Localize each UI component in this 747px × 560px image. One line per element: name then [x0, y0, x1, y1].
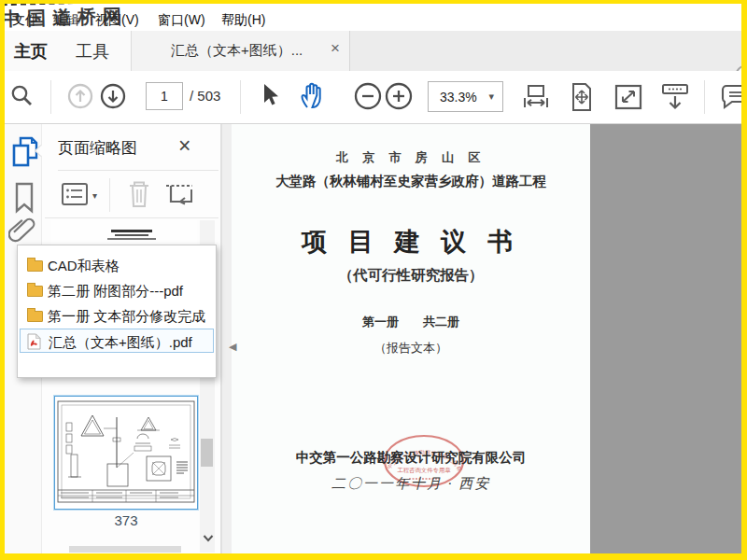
menu-bar: 文件 编辑 视图(V) 窗口(W) 帮助(H)	[5, 4, 741, 31]
crop-pages-icon[interactable]	[163, 179, 195, 213]
fit-page-icon[interactable]	[568, 82, 596, 116]
panel-collapse-triangle-icon[interactable]: ◀	[229, 341, 236, 353]
tab-document-label: 汇总（文本+图纸）...	[171, 42, 303, 60]
popup-item-label: 第二册 附图部分---pdf	[48, 283, 183, 301]
doc-subtitle: （代可行性研究报告）	[232, 266, 590, 286]
popup-item-label: 汇总（文本+图纸）.pdf	[49, 334, 192, 352]
folder-icon	[27, 286, 43, 297]
fit-width-icon[interactable]	[521, 83, 551, 115]
menu-edit[interactable]: 编辑	[49, 10, 83, 31]
thumbnail-options-icon[interactable]	[61, 181, 89, 211]
doc-volume-line: 第一册 共二册	[232, 314, 590, 330]
svg-text:工程咨询文件专用章: 工程咨询文件专用章	[397, 467, 451, 474]
scrollbar-thumb[interactable]	[201, 439, 213, 467]
folder-icon	[27, 260, 43, 272]
menu-help[interactable]: 帮助(H)	[218, 10, 269, 31]
panel-close-icon[interactable]: ×	[178, 133, 190, 159]
pdf-file-icon	[27, 333, 41, 354]
search-icon[interactable]	[10, 84, 33, 112]
panel-title: 页面缩略图	[58, 137, 137, 159]
hand-tool-icon[interactable]	[297, 81, 327, 113]
doc-project-line: 大堂路（秋林铺村至史家营乡政府）道路工程	[232, 173, 590, 190]
popup-item-folder[interactable]: 第一册 文本部分修改完成	[20, 303, 214, 328]
page-number-input[interactable]: 1	[146, 82, 183, 110]
zoom-level-dropdown[interactable]: 33.3% ▾	[428, 81, 503, 112]
doc-date-place: 二〇一一年十月 · 西安	[232, 475, 590, 493]
toolbar-separator	[240, 80, 241, 114]
chevron-down-icon: ▾	[488, 91, 494, 103]
popup-item-folder[interactable]: CAD和表格	[20, 253, 214, 277]
file-list-popup: CAD和表格 第二册 附图部分---pdf 第一册 文本部分修改完成 汇总（文本…	[17, 245, 217, 378]
folder-icon	[27, 311, 43, 322]
thumbnail-page-373[interactable]	[54, 396, 198, 510]
toolbar-separator	[50, 80, 51, 114]
popup-item-label: CAD和表格	[48, 258, 120, 275]
next-page-button[interactable]	[100, 83, 126, 113]
tab-home[interactable]: 主页	[14, 40, 48, 63]
select-cursor-icon[interactable]	[260, 82, 280, 112]
panel-splitter[interactable]	[221, 124, 232, 553]
page-thumbnails-icon[interactable]	[11, 135, 39, 173]
comment-icon[interactable]	[719, 83, 747, 115]
panel-divider	[58, 170, 218, 171]
tab-close-icon[interactable]: ×	[331, 39, 340, 58]
document-view-area[interactable]: 北 京 市 房 山 区 大堂路（秋林铺村至史家营乡政府）道路工程 项 目 建 议…	[232, 124, 741, 553]
doc-region-line: 北 京 市 房 山 区	[232, 149, 590, 166]
highlight-border-bottom	[0, 553, 747, 560]
zoom-level-value: 33.3%	[440, 90, 477, 105]
popup-item-label: 第一册 文本部分修改完成	[48, 308, 205, 326]
doc-company: 中交第一公路勘察设计研究院有限公司	[232, 449, 590, 467]
thumbnail-partial-next[interactable]	[69, 546, 181, 553]
menu-file[interactable]: 文件	[8, 10, 42, 31]
menu-view[interactable]: 视图(V)	[92, 10, 143, 31]
continuous-scroll-icon[interactable]	[658, 83, 692, 115]
doc-type-line: （报告文本）	[232, 340, 590, 357]
bookmarks-icon[interactable]	[14, 182, 35, 217]
scrollbar-down-arrow-icon[interactable]	[202, 532, 215, 549]
page-count-label: / 503	[190, 88, 220, 104]
fullscreen-icon[interactable]	[613, 83, 643, 115]
pdf-page[interactable]: 北 京 市 房 山 区 大堂路（秋林铺村至史家营乡政府）道路工程 项 目 建 议…	[232, 124, 590, 553]
previous-page-button[interactable]	[67, 83, 93, 113]
zoom-out-button[interactable]	[354, 82, 382, 114]
panel-toolbar-separator	[109, 178, 110, 212]
delete-page-trash-icon[interactable]	[126, 179, 152, 213]
tab-bar: 主页 工具 汇总（文本+图纸）... ×	[5, 31, 741, 71]
toolbar-separator	[704, 80, 705, 114]
tab-tools[interactable]: 工具	[76, 40, 109, 63]
tab-document[interactable]: 汇总（文本+图纸）... ×	[131, 31, 350, 71]
menu-window[interactable]: 窗口(W)	[154, 10, 209, 31]
thumbnail-partial[interactable]	[51, 220, 197, 246]
thumbnail-page-number: 373	[54, 512, 198, 528]
main-toolbar: 1 / 503 33.3% ▾	[5, 71, 741, 124]
zoom-in-button[interactable]	[385, 82, 413, 114]
popup-item-folder[interactable]: 第二册 附图部分---pdf	[20, 278, 214, 302]
panel-divider	[45, 217, 218, 218]
pdf-reader-window: 文件 编辑 视图(V) 窗口(W) 帮助(H) 中国道桥网 主页 工具 汇总（文…	[0, 0, 747, 560]
doc-title: 项 目 建 议 书	[232, 225, 590, 259]
chevron-down-icon: ▾	[92, 190, 97, 201]
popup-item-pdf-selected[interactable]: 汇总（文本+图纸）.pdf	[20, 329, 214, 353]
